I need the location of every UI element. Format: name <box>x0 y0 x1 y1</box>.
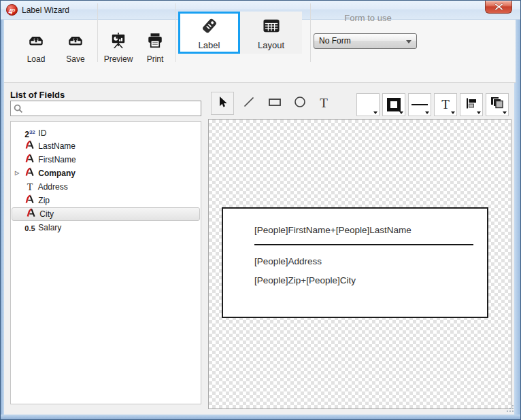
fill-color-button[interactable] <box>356 93 380 116</box>
field-row-address[interactable]: T Address <box>11 180 201 194</box>
field-label: Address <box>38 182 68 192</box>
align-left-icon <box>465 97 478 113</box>
resize-grip[interactable] <box>505 404 515 416</box>
alignment-button[interactable] <box>460 93 483 116</box>
4d-app-icon: 4D <box>6 4 18 16</box>
alpha-field-icon <box>24 194 36 208</box>
rectangle-tool-icon <box>268 96 282 111</box>
field-list[interactable]: 232 ID LastName FirstName ▷ Company T Ad… <box>10 121 201 404</box>
save-icon <box>67 32 84 52</box>
close-button[interactable] <box>485 1 512 14</box>
tab-layout[interactable]: Layout <box>240 12 302 54</box>
cursor-arrow-icon <box>216 96 229 111</box>
preview-label: Preview <box>104 54 133 64</box>
field-row-company[interactable]: ▷ Company <box>11 167 201 180</box>
save-button[interactable]: Save <box>59 32 92 64</box>
tool-line[interactable] <box>237 92 260 115</box>
line-width-icon <box>411 104 428 105</box>
label-separator-line[interactable] <box>254 244 473 245</box>
arrange-layers-button[interactable] <box>486 93 509 116</box>
preview-button[interactable]: Preview <box>100 32 137 64</box>
fields-panel-title: List of Fields <box>10 90 65 100</box>
search-input[interactable] <box>26 102 199 115</box>
print-icon <box>146 32 164 52</box>
text-tool-icon: T <box>320 96 328 111</box>
label-wizard-window: 4D Label Wizard Load Save Preview <box>0 0 521 420</box>
window-title: Label Wizard <box>22 5 69 15</box>
toolbar-separator <box>310 3 311 62</box>
field-label: Company <box>38 169 75 178</box>
field-label: LastName <box>38 141 75 151</box>
alpha-field-icon <box>24 140 36 154</box>
chevron-down-icon <box>399 111 403 114</box>
field-search-box[interactable] <box>10 101 201 116</box>
chevron-down-icon <box>451 111 455 114</box>
form-to-use-label: Form to use <box>314 13 422 23</box>
line-width-button[interactable] <box>408 93 431 116</box>
chevron-down-icon <box>373 111 377 114</box>
tool-oval[interactable] <box>288 92 312 115</box>
field-label: Zip <box>38 196 50 205</box>
font-style-icon: T <box>441 97 450 112</box>
tool-rectangle[interactable] <box>263 92 286 115</box>
chevron-down-icon <box>406 40 411 43</box>
window-frame-bottom <box>1 415 520 419</box>
load-label: Load <box>27 54 46 64</box>
border-style-icon <box>387 98 401 111</box>
field-row-salary[interactable]: 0.5 Salary <box>11 221 201 234</box>
print-label: Print <box>147 54 164 64</box>
field-label: Salary <box>38 223 61 232</box>
field-label: ID <box>38 128 46 138</box>
chevron-down-icon <box>477 111 481 114</box>
tool-select[interactable] <box>211 92 234 115</box>
tool-text[interactable]: T <box>312 92 335 115</box>
field-row-firstname[interactable]: FirstName <box>11 153 201 167</box>
field-row-city[interactable]: City <box>12 207 200 221</box>
toolbar-separator <box>97 3 98 62</box>
toolbar-separator <box>175 3 176 62</box>
print-button[interactable]: Print <box>139 32 171 64</box>
chevron-down-icon <box>425 111 429 114</box>
load-icon <box>27 32 45 52</box>
load-button[interactable]: Load <box>20 32 52 64</box>
field-row-lastname[interactable]: LastName <box>11 139 201 153</box>
tab-label[interactable]: Label <box>178 12 240 54</box>
chevron-down-icon <box>503 111 507 114</box>
alpha-field-icon <box>25 208 37 221</box>
preview-icon <box>110 32 127 52</box>
tab-layout-text: Layout <box>258 40 284 50</box>
label-field-zipcity[interactable]: [People]Zip+[People]City <box>254 275 356 285</box>
layout-grid-icon <box>261 16 282 39</box>
form-select-value: No Form <box>319 36 351 46</box>
expand-arrow-icon[interactable]: ▷ <box>15 167 19 180</box>
label-layout-tabs: Label Layout <box>178 12 302 54</box>
oval-tool-icon <box>294 96 306 111</box>
field-label: FirstName <box>38 155 75 164</box>
field-row-zip[interactable]: Zip <box>11 194 201 207</box>
save-label: Save <box>66 54 84 64</box>
field-label: City <box>39 209 54 219</box>
font-style-button[interactable]: T <box>434 93 457 116</box>
real-field-icon: 0.5 <box>24 222 36 235</box>
tab-label-text: Label <box>199 40 220 50</box>
line-tool-icon <box>243 96 255 111</box>
field-row-id[interactable]: 232 ID <box>11 126 201 139</box>
label-field-address[interactable]: [People]Address <box>254 256 322 266</box>
form-select-dropdown[interactable]: No Form <box>314 33 417 49</box>
border-style-button[interactable] <box>382 93 405 116</box>
label-tag-icon <box>199 16 220 39</box>
label-field-fullname[interactable]: [People]FirstName+[People]LastName <box>254 225 411 235</box>
label-preview-box[interactable]: [People]FirstName+[People]LastName [Peop… <box>222 207 488 318</box>
text-field-icon: T <box>24 181 36 194</box>
alpha-field-icon <box>24 154 36 167</box>
alpha-field-icon <box>24 167 36 181</box>
